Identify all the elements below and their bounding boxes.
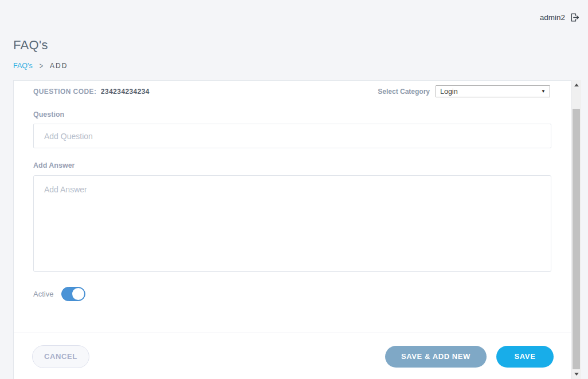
- scrollbar-thumb[interactable]: [573, 109, 580, 369]
- active-toggle[interactable]: [61, 287, 85, 301]
- breadcrumb: FAQ's > ADD: [13, 62, 68, 70]
- page-title: FAQ's: [13, 38, 48, 53]
- triangle-down-icon: [574, 373, 579, 376]
- category-select[interactable]: Login ▼: [436, 85, 550, 97]
- triangle-up-icon: [574, 84, 579, 86]
- breadcrumb-link-faqs[interactable]: FAQ's: [13, 62, 33, 70]
- question-input[interactable]: [33, 124, 551, 148]
- user-block: admin2: [540, 13, 580, 22]
- question-code: QUESTION CODE: 234234234234: [33, 88, 150, 96]
- scrollbar-down-arrow[interactable]: [571, 369, 581, 379]
- breadcrumb-current: ADD: [50, 62, 68, 70]
- card-footer: CANCEL SAVE & ADD NEW SAVE: [14, 333, 571, 379]
- answer-textarea[interactable]: [33, 175, 551, 272]
- select-category-label: Select Category: [378, 88, 430, 96]
- question-code-value: 234234234234: [101, 88, 150, 96]
- active-label: Active: [33, 290, 53, 298]
- active-row: Active: [33, 287, 550, 301]
- scrollbar-up-arrow[interactable]: [571, 80, 581, 90]
- question-label: Question: [33, 110, 550, 119]
- logout-button[interactable]: [570, 13, 580, 22]
- footer-right-buttons: SAVE & ADD NEW SAVE: [385, 346, 554, 368]
- answer-label: Add Answer: [33, 161, 550, 169]
- topbar: admin2: [0, 0, 588, 35]
- meta-row: QUESTION CODE: 234234234234 Select Categ…: [33, 85, 550, 97]
- scrollbar[interactable]: [571, 80, 581, 379]
- save-button[interactable]: SAVE: [496, 346, 554, 368]
- chevron-down-icon: ▼: [541, 89, 546, 94]
- faq-add-card: QUESTION CODE: 234234234234 Select Categ…: [13, 80, 571, 379]
- category-selected-value: Login: [440, 88, 458, 96]
- logout-icon: [570, 13, 580, 22]
- chevron-right-icon: >: [40, 62, 43, 70]
- question-code-label: QUESTION CODE:: [33, 88, 96, 96]
- category-group: Select Category Login ▼: [378, 85, 550, 97]
- cancel-button[interactable]: CANCEL: [32, 345, 89, 368]
- save-and-add-new-button[interactable]: SAVE & ADD NEW: [385, 346, 487, 368]
- card-body: QUESTION CODE: 234234234234 Select Categ…: [14, 81, 571, 301]
- username-label: admin2: [540, 13, 565, 22]
- toggle-knob: [72, 288, 84, 300]
